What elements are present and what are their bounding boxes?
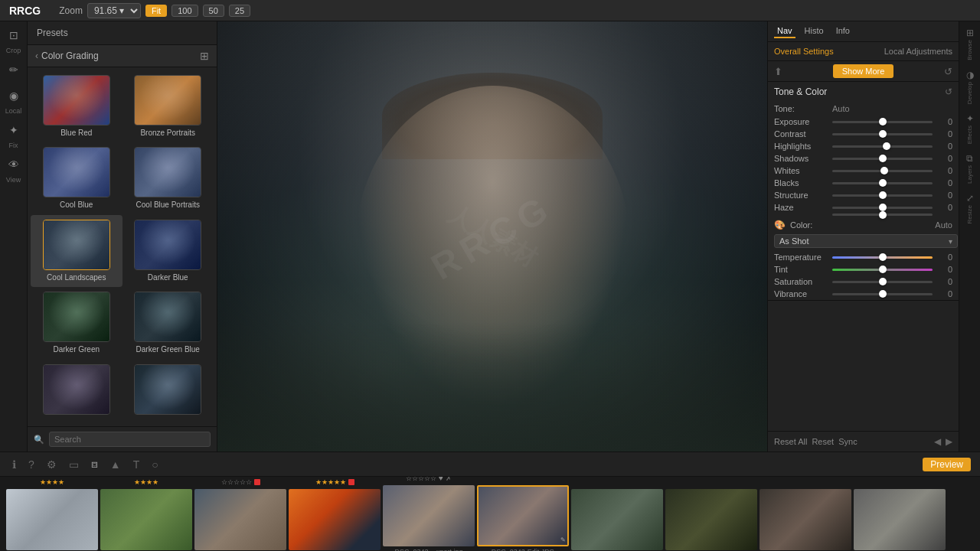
triangle-button[interactable]: ▲	[107, 457, 124, 472]
tint-slider[interactable]	[832, 269, 933, 271]
refresh-icon[interactable]: ↺	[944, 66, 952, 77]
film-thumb-10[interactable]	[854, 489, 946, 550]
preset-thumb-bronze-portraits	[134, 75, 201, 126]
resize-button[interactable]: ⤢ Resize	[965, 190, 975, 227]
preset-item-cool-blue[interactable]: Cool Blue	[31, 142, 122, 214]
show-more-button[interactable]: Show More	[833, 64, 894, 78]
question-tool-button[interactable]: ?	[25, 457, 38, 472]
saturation-slider[interactable]	[832, 281, 933, 283]
search-input[interactable]	[49, 432, 211, 447]
zoom-25-button[interactable]: 25	[229, 5, 250, 17]
shadows-slider[interactable]	[832, 158, 933, 160]
film-thumb-6[interactable]: ✎	[477, 485, 569, 546]
film-item-9[interactable]	[760, 477, 851, 551]
sync-button[interactable]: Sync	[838, 437, 857, 446]
layers-button[interactable]: ⧉ Layers	[965, 150, 975, 187]
vibrance-slider[interactable]	[832, 293, 933, 295]
preset-item-darker-blue[interactable]: Darker Blue	[122, 215, 214, 287]
tone-row: Tone: Auto	[768, 102, 959, 116]
film-thumb-1[interactable]	[6, 489, 98, 550]
film-thumb-3[interactable]	[194, 489, 286, 550]
tone-color-header[interactable]: Tone & Color ↺	[768, 82, 959, 102]
film-item-5[interactable]: ☆☆☆☆☆ ♥ ✗ DSC_0342-...xport.jpg	[383, 477, 475, 551]
reset-all-button[interactable]: Reset All	[774, 437, 807, 446]
fix-tool-button[interactable]: ✦	[3, 119, 24, 141]
browse-button[interactable]: ⊞ Browse	[965, 24, 975, 64]
highlights-slider[interactable]	[832, 145, 933, 148]
preset-item-extra-1[interactable]	[31, 360, 122, 423]
effects-button[interactable]: ✦ Effects	[965, 110, 975, 147]
film-item-2[interactable]: ★★★★	[100, 477, 192, 551]
structure-label: Structure	[774, 191, 828, 200]
zoom-100-button[interactable]: 100	[172, 5, 198, 17]
overall-settings-button[interactable]: Overall Settings	[774, 47, 834, 56]
reset-button[interactable]: Reset	[812, 437, 834, 446]
film-thumb-8[interactable]	[665, 489, 757, 550]
film-item-10[interactable]	[854, 477, 946, 551]
haze-slider-2[interactable]	[832, 214, 933, 216]
presets-back[interactable]: ‹ Color Grading	[35, 51, 99, 61]
structure-slider[interactable]	[832, 194, 933, 197]
film-item-1[interactable]: ★★★★	[6, 477, 98, 551]
top-bar: RRCG Zoom 91.65 ▾ Fit 100 50 25	[0, 0, 980, 21]
nav-tab-info[interactable]: Info	[833, 24, 853, 38]
preset-item-cool-blue-portraits[interactable]: Cool Blue Portraits	[122, 142, 214, 214]
preset-item-darker-green[interactable]: Darker Green	[31, 287, 122, 359]
nav-tab-nav[interactable]: Nav	[774, 24, 795, 38]
single-view-button[interactable]: ▭	[66, 457, 82, 472]
export-icon[interactable]: ⬆	[774, 66, 782, 77]
film-item-7[interactable]	[571, 477, 663, 551]
preset-item-blue-red[interactable]: Blue Red	[31, 70, 122, 142]
preset-label-darker-green: Darker Green	[53, 345, 100, 354]
blacks-slider[interactable]	[832, 182, 933, 184]
fit-button[interactable]: Fit	[145, 5, 167, 17]
temperature-slider[interactable]	[832, 256, 933, 259]
info-tool-button[interactable]: ℹ	[9, 457, 19, 472]
film-thumb-9[interactable]	[760, 489, 851, 550]
preset-item-darker-green-blue[interactable]: Darker Green Blue	[122, 287, 214, 359]
preset-item-extra-2[interactable]	[122, 360, 214, 423]
haze-slider[interactable]	[832, 207, 933, 209]
highlights-slider-row: Highlights 0	[768, 140, 959, 152]
settings-tool-button[interactable]: ⚙	[44, 457, 60, 472]
left-arrow-icon[interactable]: ◀	[934, 436, 941, 447]
dual-view-button[interactable]: ⧈	[88, 456, 101, 472]
zoom-select[interactable]: 91.65 ▾	[87, 3, 141, 18]
presets-title: Presets	[37, 28, 68, 38]
film-item-3[interactable]: ☆☆☆☆☆	[194, 477, 286, 551]
as-shot-select[interactable]: As Shot	[774, 234, 958, 248]
edit-tool-button[interactable]: ✏	[3, 59, 24, 80]
film-item-8[interactable]	[665, 477, 757, 551]
zoom-50-button[interactable]: 50	[203, 5, 224, 17]
blacks-slider-row: Blacks 0	[768, 177, 959, 189]
film-item-6[interactable]: ✎ DSC_0342-Edit.JPG	[477, 477, 569, 551]
film-item-4[interactable]: ★★★★★	[289, 477, 381, 551]
presets-panel: Presets ‹ Color Grading ⊞ Blue Red	[28, 21, 217, 452]
preset-label-darker-blue: Darker Blue	[148, 273, 188, 282]
preset-item-bronze-portraits[interactable]: Bronze Portraits	[122, 70, 214, 142]
film-thumb-5[interactable]	[383, 485, 475, 546]
film-thumb-7[interactable]	[571, 489, 663, 550]
tint-slider-row: Tint 0	[768, 263, 959, 276]
text-button[interactable]: T	[130, 457, 143, 472]
film-stars-empty-5: ☆☆☆☆☆	[406, 477, 436, 482]
local-tool-button[interactable]: ◉	[3, 85, 24, 106]
preset-item-cool-landscapes[interactable]: Cool Landscapes	[31, 215, 122, 287]
view-tool-button[interactable]: 👁	[3, 154, 24, 175]
preview-button[interactable]: Preview	[923, 458, 971, 471]
exposure-slider[interactable]	[832, 121, 933, 123]
develop-button[interactable]: ◑ Develop	[965, 67, 975, 107]
film-thumb-4[interactable]	[289, 489, 381, 550]
right-arrow-icon[interactable]: ▶	[946, 436, 952, 447]
film-thumb-2[interactable]	[100, 489, 192, 550]
highlights-value: 0	[937, 142, 952, 151]
grid-view-icon[interactable]: ⊞	[200, 50, 209, 62]
nav-tab-histo[interactable]: Histo	[802, 24, 827, 38]
circle-button[interactable]: ○	[149, 457, 161, 472]
crop-tool-button[interactable]: ⊡	[3, 24, 24, 46]
local-adjustments-button[interactable]: Local Adjustments	[884, 47, 952, 56]
bottom-bar: ℹ ? ⚙ ▭ ⧈ ▲ T ○ Preview ★★★★ ★★★★ ☆	[0, 452, 980, 551]
contrast-slider[interactable]	[832, 133, 933, 135]
tone-color-reset-icon[interactable]: ↺	[945, 86, 952, 97]
whites-slider[interactable]	[832, 170, 933, 172]
